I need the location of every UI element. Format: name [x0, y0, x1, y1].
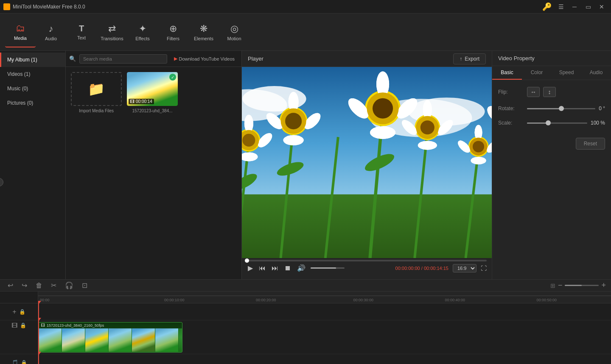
video-clip-frames: [39, 328, 182, 352]
volume-fill: [311, 267, 336, 269]
flip-horizontal-button[interactable]: ↔: [527, 87, 540, 97]
volume-button[interactable]: 🔊: [296, 263, 306, 273]
progress-bar[interactable]: [247, 260, 487, 261]
clip-frame-1: [39, 328, 62, 352]
sidebar-item-music[interactable]: Music (0): [0, 81, 65, 96]
media-toolbar: 🔍 ▶ Download YouTube Videos: [66, 51, 241, 67]
titlebar: MiniTool MovieMaker Free 8.0.0 🔑 ☰ ─ ▭ ✕: [0, 0, 611, 14]
track-controls-video: 🎞 🔒: [0, 320, 38, 354]
media-icon: 🗂: [16, 23, 25, 34]
step-forward-button[interactable]: ⏭: [271, 264, 279, 273]
timeline-toolbar: ↩ ↪ 🗑 ✂ 🎧 ⊡ ⊞ − +: [0, 280, 611, 292]
timeline-content: + 🔒 🎞 🔒 🎵 🔒 00:00 00:00:10:00: [0, 292, 611, 364]
svg-point-53: [418, 141, 437, 150]
fullscreen-button[interactable]: ⛶: [481, 265, 487, 272]
add-track-button-3[interactable]: 🎵: [11, 359, 18, 364]
track-controls-1: + 🔒: [0, 303, 38, 320]
zoom-in-button[interactable]: +: [601, 281, 606, 290]
video-clip-header: 🎞 15720123-uhd_3840_2160_50fps: [39, 322, 182, 328]
add-track-button-video[interactable]: 🎞: [11, 322, 17, 329]
toolbar-elements[interactable]: ❋ Elements: [188, 17, 219, 47]
volume-slider[interactable]: [311, 267, 345, 269]
media-video-item[interactable]: 🎞 00:00:14 ✓ 15720123-uhd_384...: [127, 72, 178, 113]
toolbar-media[interactable]: 🗂 Media: [5, 17, 36, 47]
flip-vertical-button[interactable]: ↕: [543, 87, 556, 97]
rotate-value: 0 °: [599, 106, 605, 111]
add-track-button-1[interactable]: +: [12, 308, 16, 316]
toolbar-effects[interactable]: ✦ Effects: [127, 17, 158, 47]
toolbar-audio[interactable]: ♪ Audio: [36, 17, 66, 47]
scale-slider[interactable]: [527, 122, 587, 124]
clip-frame-3: [85, 328, 109, 352]
export-button[interactable]: ↑ Export: [453, 53, 486, 64]
menu-button[interactable]: ☰: [555, 2, 567, 11]
elements-icon: ❋: [200, 23, 207, 34]
toolbar-text-label: Text: [77, 35, 86, 40]
sidebar-item-pictures[interactable]: Pictures (0): [0, 96, 65, 110]
playhead-video: [38, 320, 39, 354]
crop-button[interactable]: ⊡: [79, 280, 90, 291]
aspect-ratio-selector[interactable]: 16:9 4:3 1:1 9:16: [453, 264, 476, 272]
toolbar-transitions[interactable]: ⇄ Transitions: [97, 17, 127, 47]
lock-track-button-3[interactable]: 🔒: [21, 360, 27, 364]
play-button[interactable]: ▶: [247, 263, 254, 273]
step-back-button[interactable]: ⏮: [258, 264, 266, 273]
reset-button[interactable]: Reset: [576, 138, 605, 150]
tab-speed[interactable]: Speed: [552, 66, 581, 80]
video-property-title: Video Property: [492, 51, 611, 66]
tab-color[interactable]: Color: [522, 66, 552, 80]
clip-frame-2: [62, 328, 85, 352]
redo-button[interactable]: ↪: [19, 280, 30, 291]
timeline-tracks-area: 00:00 00:00:10:00 00:00:20:00 00:00:30:0…: [38, 292, 611, 364]
time-display: 00:00:00:00 / 00:00:14:15: [395, 266, 448, 271]
svg-point-42: [370, 126, 395, 139]
zoom-slider[interactable]: [565, 285, 599, 286]
scale-row: Scale: 100 %: [498, 120, 605, 126]
lock-track-button-1[interactable]: 🔒: [19, 309, 25, 315]
download-youtube-btn[interactable]: ▶ Download YouTube Videos: [171, 55, 238, 63]
timeline-ruler: 00:00 00:00:10:00 00:00:20:00 00:00:30:0…: [38, 292, 611, 303]
tab-audio[interactable]: Audio: [581, 66, 611, 80]
stop-button[interactable]: ⏹: [283, 264, 292, 273]
svg-point-18: [244, 115, 253, 133]
audio-icon: ♪: [49, 23, 53, 34]
sidebar-item-videos[interactable]: Videos (1): [0, 67, 65, 81]
filters-icon: ⊕: [169, 23, 177, 34]
main-toolbar: 🗂 Media ♪ Audio T Text ⇄ Transitions ✦ E…: [0, 14, 611, 51]
property-tabs: Basic Color Speed Audio: [492, 66, 611, 80]
video-clip[interactable]: 🎞 15720123-uhd_3840_2160_50fps: [38, 322, 182, 353]
media-content: 🔍 ▶ Download YouTube Videos 📁 Import Med…: [66, 51, 241, 279]
timeline-track-controls: + 🔒 🎞 🔒 🎵 🔒: [0, 292, 38, 364]
undo-button[interactable]: ↩: [5, 280, 16, 291]
maximize-button[interactable]: ▭: [582, 2, 594, 11]
rotate-slider[interactable]: [527, 108, 595, 109]
audio-detach-button[interactable]: 🎧: [62, 280, 76, 291]
delete-button[interactable]: 🗑: [33, 280, 45, 291]
zoom-out-button[interactable]: −: [558, 281, 563, 290]
duration-text: 00:00:14: [136, 99, 152, 104]
search-input[interactable]: [79, 54, 167, 64]
scale-value: 100 %: [591, 120, 605, 126]
scale-thumb[interactable]: [546, 120, 551, 125]
player-area: Player ↑ Export: [242, 51, 492, 279]
tab-basic[interactable]: Basic: [492, 66, 522, 80]
video-background: [242, 67, 492, 258]
video-content: [242, 67, 492, 258]
sidebar-item-myalbum[interactable]: My Album (1): [0, 53, 65, 67]
track-1: [38, 303, 611, 320]
export-label: Export: [465, 56, 479, 62]
toolbar-text[interactable]: T Text: [66, 17, 97, 47]
toolbar-motion[interactable]: ◎ Motion: [219, 17, 249, 47]
minimize-button[interactable]: ─: [569, 2, 580, 11]
lock-track-button-video[interactable]: 🔒: [20, 322, 26, 329]
rotate-thumb[interactable]: [559, 106, 564, 111]
close-button[interactable]: ✕: [596, 2, 608, 11]
ruler-ticks: [38, 292, 611, 303]
toolbar-elements-label: Elements: [194, 36, 213, 41]
zoom-fill: [565, 285, 582, 286]
cut-button[interactable]: ✂: [48, 280, 59, 291]
toolbar-filters[interactable]: ⊕ Filters: [158, 17, 188, 47]
rotate-row: Rotate: 0 °: [498, 106, 605, 111]
import-media-item[interactable]: 📁 Import Media Files: [71, 72, 122, 113]
svg-point-45: [373, 98, 393, 119]
